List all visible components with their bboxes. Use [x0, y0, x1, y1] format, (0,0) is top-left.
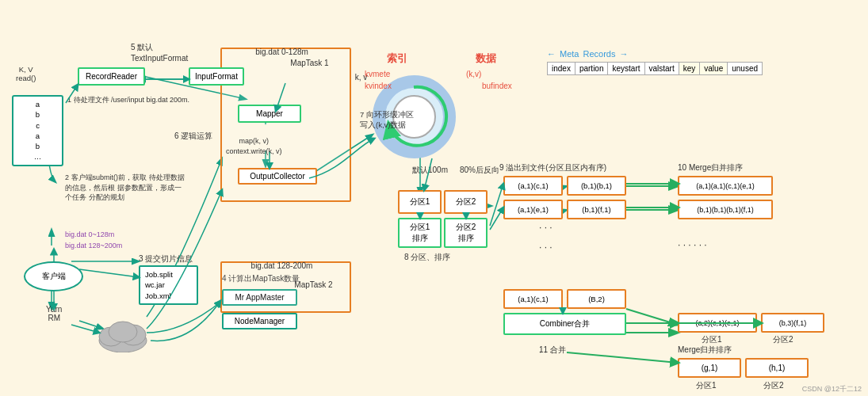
big-dat-label2: big.dat 128-200m: [223, 261, 341, 270]
merge-res1-label: (a,1)(a,1)(c,1)(e,1): [696, 182, 755, 190]
res-b1f1-box: (b,1)(f,1): [567, 200, 626, 219]
maptask1-label: MapTask 1: [250, 59, 369, 67]
keystart-col: keystart: [608, 63, 644, 75]
partition1-sort-box: 分区1 排序: [398, 218, 442, 248]
step9-label: 9 溢出到文件(分区且区内有序): [499, 162, 606, 173]
combiner-res1-box: (a,2)(c,1)(e,1): [678, 313, 757, 333]
file-label: 1 待处理文件 /user/input big.dat 200m.: [67, 95, 189, 105]
nodemanager-box: NodeManager: [222, 313, 297, 329]
combiner-box: Combiner合并: [503, 313, 626, 335]
dots4: · · · · · ·: [678, 239, 707, 250]
meta-records-header: ← Meta Records →: [547, 49, 628, 59]
combiner-a1c1-label: (a,1)(c,1): [518, 295, 549, 303]
combiner-B2-box: (B,2): [567, 289, 626, 309]
partition2-label: 分区2: [456, 196, 476, 208]
final-partition2-label: 分区2: [763, 380, 784, 391]
svg-line-6: [490, 184, 503, 226]
dots2: · · ·: [539, 242, 553, 253]
kvindex-label: kvindex: [365, 82, 392, 90]
inputformat-box: InputFormat: [189, 67, 244, 86]
svg-line-13: [567, 352, 678, 363]
partition1-label2: 分区1: [702, 334, 722, 345]
kv-read-label: K, V read(): [16, 65, 36, 82]
data-main-label: 数据: [476, 51, 496, 66]
dots3: · · ·: [539, 346, 553, 357]
dots1: · · ·: [539, 222, 553, 233]
index-col: index: [548, 63, 575, 75]
mapper-box: Mapper: [238, 105, 301, 123]
output-collector-label: OutputCollector: [243, 172, 312, 181]
svg-line-7: [490, 208, 503, 230]
res-a1e1-label: (a,1)(e,1): [518, 205, 549, 214]
job-files-label: Job.split wc.jar Job.xml: [145, 269, 192, 301]
client-oval: 客户端: [24, 261, 83, 291]
merge-res1-box: (a,1)(a,1)(c,1)(e,1): [678, 176, 773, 196]
partition1-box: 分区1: [398, 190, 442, 214]
mapper-label: Mapper: [244, 109, 295, 118]
maptask2-outer-box: big.dat 128-200m MapTask 2: [220, 261, 351, 313]
final-g1-box: (g,1): [678, 358, 741, 378]
res-a1c1-label: (a,1)(c,1): [518, 181, 549, 190]
recordreader-label: RecordReader: [84, 72, 139, 81]
client-submit-label: 2 客户端submit()前，获取 待处理数据的信息，然后根 据参数配置，形成一…: [65, 173, 188, 203]
partition1-label: 分区1: [410, 196, 430, 208]
res-b1f1-label: (b,1)(f,1): [582, 205, 610, 214]
yarn-rm-label: Yarn RM: [46, 305, 62, 322]
output-collector-box: OutputCollector: [238, 168, 317, 185]
default100m-label: 默认100m: [412, 165, 448, 176]
diagram-container: abcab… 1 待处理文件 /user/input big.dat 200m.…: [0, 0, 868, 396]
step3-label: 3 提交切片信息: [139, 253, 193, 265]
final-h1-label: (h,1): [769, 364, 786, 372]
meta-label: Meta: [560, 49, 579, 59]
partition1-sort-label: 分区1 排序: [410, 222, 430, 244]
step8-label: 8 分区、排序: [404, 252, 450, 263]
big-dat-label1: big.dat 0-128m: [223, 48, 341, 56]
combiner-a1c1-box: (a,1)(c,1): [503, 289, 563, 309]
res-b1b1-label: (b,1)(b,1): [581, 181, 612, 190]
unused-col: unused: [728, 63, 763, 75]
merge-res2-label: (b,1)(b,1)(b,1)(f,1): [697, 206, 754, 214]
res-b1b1-box: (b,1)(b,1): [567, 176, 626, 196]
svg-line-14: [79, 269, 139, 277]
svg-point-3: [109, 322, 137, 342]
combiner-res1-label: (a,2)(c,1)(e,1): [695, 319, 739, 327]
step5-label: 5 默认 TextInputFormat: [131, 42, 188, 64]
partition2-sort-label: 分区2 排序: [456, 222, 476, 244]
bufindex-label: bufindex: [482, 82, 512, 90]
records-label: Records: [583, 49, 615, 59]
final-g1-label: (g,1): [702, 364, 718, 372]
nodemanager-label: NodeManager: [228, 317, 292, 326]
maptask2-label: MapTask 2: [254, 280, 373, 289]
cloud-shape: [95, 313, 151, 352]
partition2-sort-box: 分区2 排序: [444, 218, 488, 248]
inputformat-label: InputFormat: [195, 72, 238, 81]
res-a1e1-box: (a,1)(e,1): [503, 200, 563, 219]
partion-col: partion: [575, 63, 608, 75]
res-a1c1-box: (a,1)(c,1): [503, 176, 563, 196]
job-files-box: Job.split wc.jar Job.xml: [139, 265, 198, 305]
final-partition1-label: 分区1: [696, 380, 717, 391]
percent80-label: 80%后反向: [460, 165, 499, 176]
combiner-res2-box: (b,3)(f,1): [761, 313, 824, 333]
kv-data-label: (k,v): [466, 70, 481, 78]
map-kv-label: map(k, v) context.write(k, v): [226, 136, 282, 156]
step6-label: 6 逻辑运算: [174, 131, 212, 142]
merge-res2-box: (b,1)(b,1)(b,1)(f,1): [678, 200, 773, 219]
partition2-box: 分区2: [444, 190, 488, 214]
step7-label: 7 向环形缓冲区 写入(k,v)数据: [360, 109, 414, 131]
kvmete-label: kvmete: [365, 70, 390, 78]
merge-sort-label: Merge归并排序: [678, 345, 732, 356]
meta-records-table: index partion keystart valstart key valu…: [547, 62, 763, 75]
step10-label: 10 Merge归并排序: [678, 162, 743, 173]
footer: CSDN @12千二12: [802, 384, 862, 394]
combiner-label: Combiner合并: [540, 318, 590, 329]
valstart-col: valstart: [644, 63, 679, 75]
partition2-label2: 分区2: [773, 334, 793, 345]
value-col: value: [700, 63, 728, 75]
combiner-B2-label: (B,2): [588, 295, 605, 303]
index-label: 索引: [387, 51, 407, 66]
recordreader-box: RecordReader: [78, 67, 145, 86]
final-h1-box: (h,1): [745, 358, 809, 378]
combiner-res2-label: (b,3)(f,1): [779, 319, 807, 327]
file-cylinder: abcab…: [12, 95, 63, 166]
